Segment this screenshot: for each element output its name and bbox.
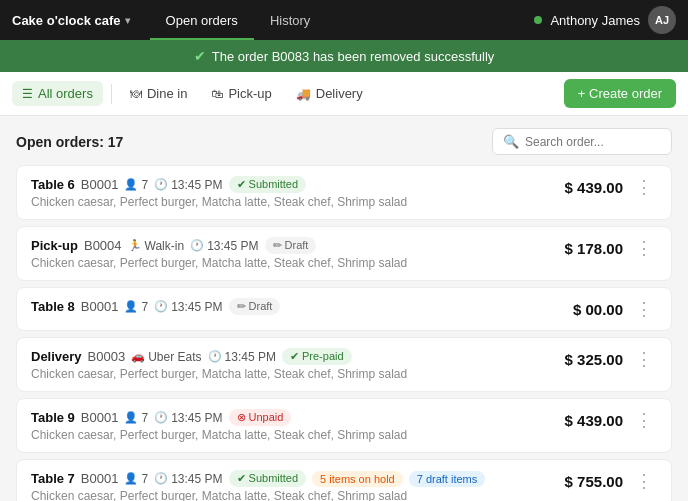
online-status-icon — [534, 16, 542, 24]
more-options-button[interactable]: ⋮ — [631, 298, 657, 320]
order-row: Table 7 B0001 👤7 🕐13:45 PM ✔ Submitted 5… — [31, 470, 657, 501]
meta-time: 🕐13:45 PM — [154, 411, 222, 425]
more-options-button[interactable]: ⋮ — [631, 237, 657, 259]
order-info: Table 7 B0001 👤7 🕐13:45 PM ✔ Submitted 5… — [31, 470, 565, 501]
meta-guests: 👤7 — [124, 411, 148, 425]
more-options-button[interactable]: ⋮ — [631, 176, 657, 198]
top-nav: Cake o'clock cafe ▾ Open orders History … — [0, 0, 688, 40]
order-top: Pick-up B0004 🏃Walk-in 🕐13:45 PM ✏ Draft — [31, 237, 565, 254]
clock-icon: 🕐 — [208, 350, 222, 363]
order-description: Chicken caesar, Perfect burger, Matcha l… — [31, 367, 565, 381]
order-id: B0004 — [84, 238, 122, 253]
search-input[interactable] — [525, 135, 661, 149]
order-row: Table 8 B0001 👤7 🕐13:45 PM ✏ Draft $ 00.… — [31, 298, 657, 320]
more-options-button[interactable]: ⋮ — [631, 409, 657, 431]
order-top: Table 6 B0001 👤7 🕐13:45 PM ✔ Submitted — [31, 176, 565, 193]
nav-tabs: Open orders History — [150, 0, 327, 40]
create-order-button[interactable]: + Create order — [564, 79, 676, 108]
divider — [111, 84, 112, 104]
order-right: $ 00.00 ⋮ — [573, 298, 657, 320]
order-id: B0003 — [88, 349, 126, 364]
user-name-label: Anthony James — [550, 13, 640, 28]
orders-count: Open orders: 17 — [16, 134, 123, 150]
meta-time: 🕐13:45 PM — [154, 472, 222, 486]
order-info: Table 6 B0001 👤7 🕐13:45 PM ✔ Submitted C… — [31, 176, 565, 209]
more-options-button[interactable]: ⋮ — [631, 470, 657, 492]
clock-icon: 🕐 — [154, 300, 168, 313]
order-info: Pick-up B0004 🏃Walk-in 🕐13:45 PM ✏ Draft… — [31, 237, 565, 270]
guests-icon: 👤 — [124, 411, 138, 424]
search-icon: 🔍 — [503, 134, 519, 149]
tag-on-hold: 5 items on hold — [312, 471, 403, 487]
meta-guests: 👤7 — [124, 472, 148, 486]
order-table: Table 7 — [31, 471, 75, 486]
all-orders-icon: ☰ — [22, 87, 33, 101]
main-content: Open orders: 17 🔍 Table 6 B0001 👤7 🕐13:4… — [0, 116, 688, 501]
order-amount: $ 439.00 — [565, 179, 623, 196]
extra-icon: 🚗 — [131, 350, 145, 363]
meta-guests: 👤7 — [124, 300, 148, 314]
order-id: B0001 — [81, 410, 119, 425]
order-info: Delivery B0003 🚗Uber Eats 🕐13:45 PM ✔ Pr… — [31, 348, 565, 381]
order-info: Table 9 B0001 👤7 🕐13:45 PM ⊗ Unpaid Chic… — [31, 409, 565, 442]
order-card[interactable]: Table 6 B0001 👤7 🕐13:45 PM ✔ Submitted C… — [16, 165, 672, 220]
pick-up-icon: 🛍 — [211, 87, 223, 101]
extra-icon: 🏃 — [128, 239, 142, 252]
order-card[interactable]: Delivery B0003 🚗Uber Eats 🕐13:45 PM ✔ Pr… — [16, 337, 672, 392]
filter-dine-in[interactable]: 🍽 Dine in — [120, 81, 197, 106]
order-amount: $ 00.00 — [573, 301, 623, 318]
status-badge: ✏ Draft — [229, 298, 281, 315]
filter-delivery[interactable]: 🚚 Delivery — [286, 81, 373, 106]
dine-in-icon: 🍽 — [130, 87, 142, 101]
tab-history[interactable]: History — [254, 0, 326, 40]
order-amount: $ 439.00 — [565, 412, 623, 429]
order-right: $ 439.00 ⋮ — [565, 176, 657, 198]
order-card[interactable]: Table 9 B0001 👤7 🕐13:45 PM ⊗ Unpaid Chic… — [16, 398, 672, 453]
status-badge: ✔ Submitted — [229, 470, 307, 487]
order-description: Chicken caesar, Perfect burger, Matcha l… — [31, 256, 565, 270]
search-box[interactable]: 🔍 — [492, 128, 672, 155]
meta-extra: 🏃Walk-in — [128, 239, 185, 253]
meta-guests: 👤7 — [124, 178, 148, 192]
filter-all-orders[interactable]: ☰ All orders — [12, 81, 103, 106]
guests-icon: 👤 — [124, 300, 138, 313]
more-options-button[interactable]: ⋮ — [631, 348, 657, 370]
filter-pick-up[interactable]: 🛍 Pick-up — [201, 81, 281, 106]
status-badge: ✔ Submitted — [229, 176, 307, 193]
order-top: Table 7 B0001 👤7 🕐13:45 PM ✔ Submitted 5… — [31, 470, 565, 487]
order-right: $ 325.00 ⋮ — [565, 348, 657, 370]
tab-open-orders[interactable]: Open orders — [150, 0, 254, 40]
success-banner: ✔ The order B0083 has been removed succe… — [0, 40, 688, 72]
cafe-selector[interactable]: Cake o'clock cafe ▾ — [12, 13, 130, 28]
tag-draft: 7 draft items — [409, 471, 486, 487]
meta-time: 🕐13:45 PM — [208, 350, 276, 364]
order-row: Delivery B0003 🚗Uber Eats 🕐13:45 PM ✔ Pr… — [31, 348, 657, 381]
status-badge: ⊗ Unpaid — [229, 409, 292, 426]
order-top: Table 9 B0001 👤7 🕐13:45 PM ⊗ Unpaid — [31, 409, 565, 426]
nav-right: Anthony James AJ — [534, 6, 676, 34]
cafe-chevron-icon: ▾ — [125, 15, 130, 26]
meta-time: 🕐13:45 PM — [190, 239, 258, 253]
order-amount: $ 178.00 — [565, 240, 623, 257]
meta-extra: 🚗Uber Eats — [131, 350, 201, 364]
clock-icon: 🕐 — [154, 178, 168, 191]
order-card[interactable]: Table 7 B0001 👤7 🕐13:45 PM ✔ Submitted 5… — [16, 459, 672, 501]
order-card[interactable]: Pick-up B0004 🏃Walk-in 🕐13:45 PM ✏ Draft… — [16, 226, 672, 281]
order-table: Delivery — [31, 349, 82, 364]
orders-header: Open orders: 17 🔍 — [16, 128, 672, 155]
order-description: Chicken caesar, Perfect burger, Matcha l… — [31, 489, 565, 501]
order-id: B0001 — [81, 471, 119, 486]
meta-time: 🕐13:45 PM — [154, 178, 222, 192]
order-row: Table 6 B0001 👤7 🕐13:45 PM ✔ Submitted C… — [31, 176, 657, 209]
check-icon: ✔ — [194, 48, 206, 64]
cafe-name-label: Cake o'clock cafe — [12, 13, 121, 28]
clock-icon: 🕐 — [190, 239, 204, 252]
clock-icon: 🕐 — [154, 411, 168, 424]
order-id: B0001 — [81, 177, 119, 192]
guests-icon: 👤 — [124, 472, 138, 485]
order-right: $ 178.00 ⋮ — [565, 237, 657, 259]
clock-icon: 🕐 — [154, 472, 168, 485]
order-card[interactable]: Table 8 B0001 👤7 🕐13:45 PM ✏ Draft $ 00.… — [16, 287, 672, 331]
avatar[interactable]: AJ — [648, 6, 676, 34]
guests-icon: 👤 — [124, 178, 138, 191]
